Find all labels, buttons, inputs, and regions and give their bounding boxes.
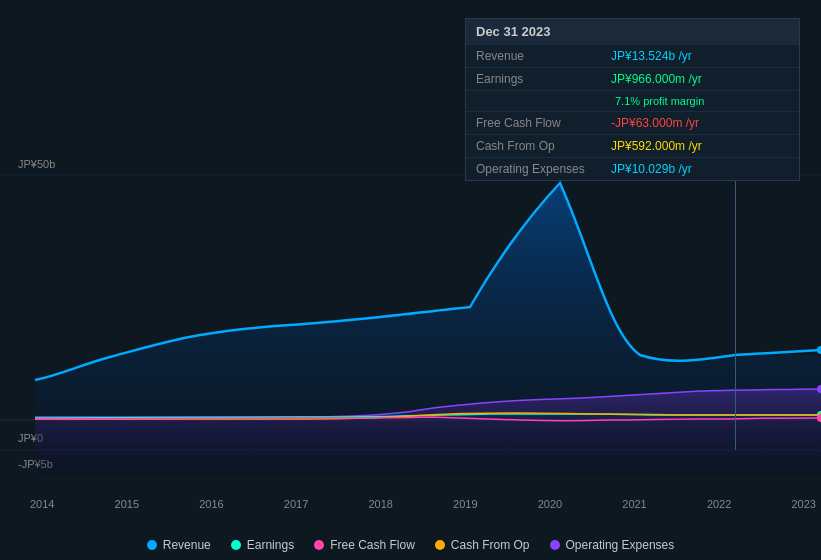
main-chart (0, 165, 821, 475)
legend-label-earnings: Earnings (247, 538, 294, 552)
tooltip-cashfromop-label: Cash From Op (476, 139, 611, 153)
legend-dot-opex (550, 540, 560, 550)
legend-dot-earnings (231, 540, 241, 550)
legend-cashfromop[interactable]: Cash From Op (435, 538, 530, 552)
legend-label-opex: Operating Expenses (566, 538, 675, 552)
legend-earnings[interactable]: Earnings (231, 538, 294, 552)
tooltip-profit-margin-value: 7.1% profit margin (615, 95, 704, 107)
tooltip-opex-row: Operating Expenses JP¥10.029b /yr (466, 157, 799, 180)
tooltip-opex-label: Operating Expenses (476, 162, 611, 176)
tooltip-revenue-label: Revenue (476, 49, 611, 63)
x-label-2015: 2015 (115, 498, 139, 510)
svg-point-4 (817, 346, 821, 354)
x-label-2019: 2019 (453, 498, 477, 510)
data-tooltip: Dec 31 2023 Revenue JP¥13.524b /yr Earni… (465, 18, 800, 181)
legend-dot-revenue (147, 540, 157, 550)
x-label-2017: 2017 (284, 498, 308, 510)
legend-dot-cashfromop (435, 540, 445, 550)
tooltip-fcf-label: Free Cash Flow (476, 116, 611, 130)
tooltip-fcf-row: Free Cash Flow -JP¥63.000m /yr (466, 111, 799, 134)
chart-vertical-line (735, 165, 736, 450)
legend-dot-fcf (314, 540, 324, 550)
tooltip-cashfromop-row: Cash From Op JP¥592.000m /yr (466, 134, 799, 157)
x-label-2014: 2014 (30, 498, 54, 510)
tooltip-fcf-value: -JP¥63.000m /yr (611, 116, 699, 130)
legend-revenue[interactable]: Revenue (147, 538, 211, 552)
tooltip-revenue-row: Revenue JP¥13.524b /yr (466, 44, 799, 67)
x-label-2022: 2022 (707, 498, 731, 510)
tooltip-opex-value: JP¥10.029b /yr (611, 162, 692, 176)
legend-fcf[interactable]: Free Cash Flow (314, 538, 415, 552)
tooltip-earnings-value: JP¥966.000m /yr (611, 72, 702, 86)
legend-label-revenue: Revenue (163, 538, 211, 552)
tooltip-profit-margin-row: 7.1% profit margin (466, 90, 799, 111)
legend-opex[interactable]: Operating Expenses (550, 538, 675, 552)
tooltip-earnings-label: Earnings (476, 72, 611, 86)
tooltip-date: Dec 31 2023 (466, 19, 799, 44)
x-label-2018: 2018 (368, 498, 392, 510)
legend-label-fcf: Free Cash Flow (330, 538, 415, 552)
x-label-2016: 2016 (199, 498, 223, 510)
x-label-2020: 2020 (538, 498, 562, 510)
x-label-2021: 2021 (622, 498, 646, 510)
tooltip-cashfromop-value: JP¥592.000m /yr (611, 139, 702, 153)
x-label-2023: 2023 (791, 498, 815, 510)
legend-label-cashfromop: Cash From Op (451, 538, 530, 552)
chart-legend: Revenue Earnings Free Cash Flow Cash Fro… (0, 538, 821, 552)
x-axis: 2014 2015 2016 2017 2018 2019 2020 2021 … (30, 498, 816, 510)
tooltip-earnings-row: Earnings JP¥966.000m /yr (466, 67, 799, 90)
tooltip-revenue-value: JP¥13.524b /yr (611, 49, 692, 63)
